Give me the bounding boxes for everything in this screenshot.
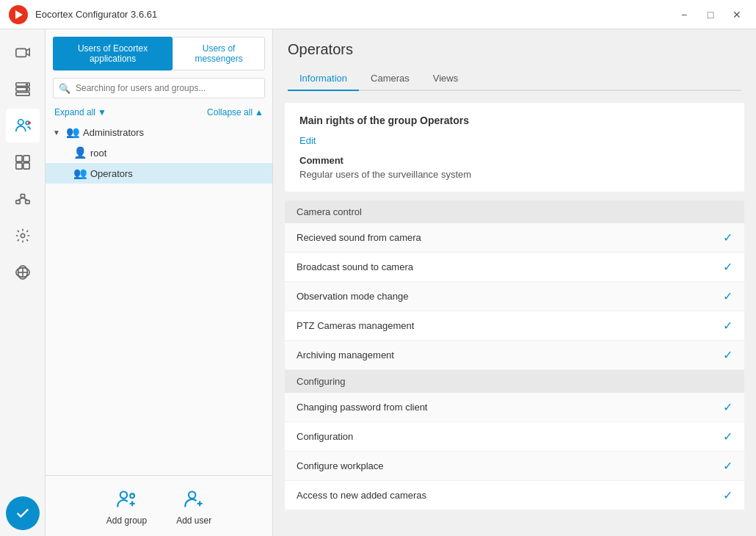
user-type-tabs: Users of Eocortex applications Users of …: [46, 29, 272, 70]
svg-rect-14: [23, 163, 29, 169]
camera-control-section: Camera control Recieved sound from camer…: [285, 200, 744, 510]
tab-views[interactable]: Views: [421, 67, 470, 91]
left-panel: Users of Eocortex applications Users of …: [46, 29, 273, 536]
chevron-icon: ▼: [53, 128, 63, 137]
action-button[interactable]: [6, 496, 40, 530]
right-row-observation-mode: Observation mode change ✓: [285, 282, 744, 311]
tree-item-root[interactable]: 👤 root: [46, 142, 272, 163]
tab-users-apps[interactable]: Users of Eocortex applications: [53, 37, 172, 70]
content-area: Main rights of the group Operators Edit …: [273, 91, 756, 536]
svg-rect-11: [15, 156, 21, 162]
svg-rect-4: [15, 93, 29, 96]
sidebar-icon-ai[interactable]: [6, 256, 40, 289]
section-title: Main rights of the group Operators: [299, 115, 730, 126]
right-panel: Operators Information Cameras Views Main…: [273, 29, 756, 536]
edit-link[interactable]: Edit: [299, 135, 316, 146]
app-logo: [9, 5, 28, 24]
sidebar-icon-server[interactable]: [6, 72, 40, 106]
sidebar-icon-settings[interactable]: [6, 219, 40, 253]
app-title: Eocortex Configurator 3.6.61: [35, 9, 674, 20]
comment-text: Regular users of the surveillance system: [299, 169, 730, 180]
svg-rect-16: [21, 195, 25, 198]
add-group-button[interactable]: Add group: [106, 486, 147, 526]
svg-point-20: [21, 233, 25, 238]
right-row-ptz: PTZ Cameras management ✓: [285, 311, 744, 341]
svg-rect-17: [25, 200, 29, 204]
tab-cameras[interactable]: Cameras: [359, 67, 421, 91]
tree-item-label: Operators: [90, 168, 133, 179]
svg-line-19: [23, 198, 27, 200]
svg-rect-13: [15, 163, 21, 169]
svg-point-29: [189, 492, 195, 499]
group-icon: 👥: [66, 126, 80, 139]
search-icon: 🔍: [59, 83, 70, 94]
right-row-new-cameras: Access to new added cameras ✓: [285, 481, 744, 510]
right-row-sound-broadcast: Broadcast sound to camera ✓: [285, 253, 744, 282]
camera-control-header: Camera control: [285, 200, 744, 223]
svg-point-5: [26, 84, 27, 85]
configuring-header: Configuring: [285, 370, 744, 393]
window-controls: − □ ✕: [674, 4, 747, 25]
tab-information[interactable]: Information: [288, 67, 359, 91]
tree-item-label: root: [90, 148, 106, 159]
minimize-button[interactable]: −: [674, 4, 694, 25]
sidebar-icon-layout[interactable]: [6, 145, 40, 179]
right-row-password: Changing password from client ✓: [285, 393, 744, 422]
comment-label: Comment: [299, 155, 730, 166]
expand-all-button[interactable]: Expand all ▼: [54, 107, 106, 117]
right-header: Operators Information Cameras Views: [273, 29, 756, 91]
bottom-bar: Add group Add user: [46, 475, 272, 536]
page-title: Operators: [288, 41, 741, 58]
svg-rect-15: [15, 200, 20, 204]
svg-rect-1: [15, 48, 26, 57]
tabs-bar: Information Cameras Views: [288, 67, 741, 91]
titlebar: Eocortex Configurator 3.6.61 − □ ✕: [0, 0, 756, 29]
tree-item-label: Administrators: [83, 127, 144, 138]
svg-point-6: [26, 89, 27, 90]
add-group-icon: [113, 486, 139, 513]
svg-point-7: [18, 120, 23, 125]
sidebar-icon-users[interactable]: [6, 109, 40, 142]
close-button[interactable]: ✕: [727, 4, 747, 25]
tree-controls: Expand all ▼ Collapse all ▲: [46, 106, 272, 122]
collapse-all-button[interactable]: Collapse all ▲: [207, 107, 263, 117]
sidebar-icon-camera[interactable]: [6, 35, 40, 69]
add-user-button[interactable]: Add user: [176, 486, 211, 526]
right-row-sound-receive: Recieved sound from camera ✓: [285, 223, 744, 253]
tab-users-messenger[interactable]: Users of messengers: [172, 37, 265, 70]
tree-item-operators[interactable]: 👥 Operators: [46, 163, 272, 184]
svg-rect-12: [23, 156, 29, 162]
svg-line-18: [18, 198, 22, 200]
svg-marker-0: [15, 10, 23, 19]
right-row-archiving: Archiving management ✓: [285, 341, 744, 370]
add-user-icon: [181, 486, 207, 513]
icon-sidebar: [0, 29, 46, 536]
maximize-button[interactable]: □: [700, 4, 721, 25]
tree-area: ▼ 👥 Administrators 👤 root 👥 Operators: [46, 122, 272, 475]
info-card: Main rights of the group Operators Edit …: [285, 103, 744, 192]
tree-item-administrators[interactable]: ▼ 👥 Administrators: [46, 122, 272, 142]
main-layout: Users of Eocortex applications Users of …: [0, 29, 756, 536]
group-icon: 👥: [73, 167, 87, 180]
sidebar-icon-network[interactable]: [6, 182, 40, 216]
svg-point-26: [131, 493, 135, 498]
search-container: 🔍: [53, 78, 265, 98]
right-row-configuration: Configuration ✓: [285, 422, 744, 452]
right-row-configure-workplace: Configure workplace ✓: [285, 452, 744, 481]
search-input[interactable]: [53, 78, 265, 98]
svg-point-25: [120, 492, 127, 499]
user-icon: 👤: [73, 146, 87, 159]
